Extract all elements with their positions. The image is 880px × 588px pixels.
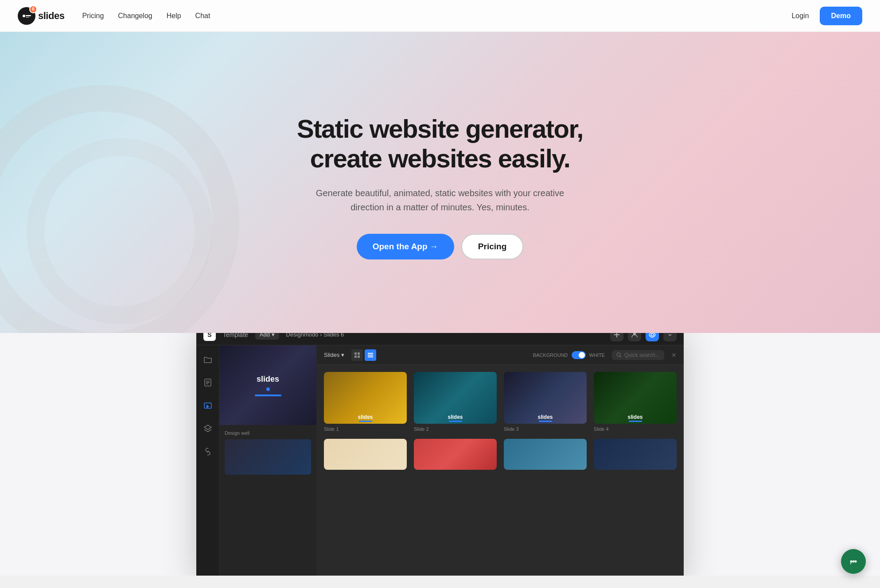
bg-toggle: BACKGROUND WHITE [533,351,605,359]
view-toggle [351,349,376,361]
main-slide-label: slides [257,375,279,384]
slide-4-underline [629,421,642,422]
slide-card-1[interactable]: slides Slide 1 [324,372,407,432]
svg-rect-10 [358,356,360,358]
sidebar-icon-link[interactable] [201,445,215,459]
quick-search[interactable]: Quick search... [612,350,664,360]
nav-link-help[interactable]: Help [167,12,181,19]
svg-rect-13 [368,356,373,357]
svg-rect-9 [354,356,357,358]
navbar-right: Login Demo [791,7,862,25]
svg-rect-7 [354,352,357,355]
svg-point-16 [850,561,853,563]
logo-badge: 6 [29,5,37,13]
sidebar-icon-slides[interactable] [201,398,215,413]
slide-thumb-bar [255,395,281,396]
svg-point-17 [853,561,855,563]
svg-rect-2 [26,17,29,18]
demo-button[interactable]: Demo [820,7,862,25]
logo-icon: 6 [18,7,35,25]
app-body: slides Design well Slides ▾ [196,345,684,576]
slides-dropdown[interactable]: Slides ▾ [324,352,344,358]
navbar: 6 slides Pricing Changelog Help Chat Log… [0,0,880,32]
open-app-button[interactable]: Open the App → [357,234,454,259]
sidebar-icon-page[interactable] [201,375,215,390]
quick-search-label: Quick search... [624,352,660,358]
slide-thumb-dot [266,387,270,391]
slide-4-name: Slide 4 [594,426,677,432]
view-grid-button[interactable] [351,349,363,361]
slides-grid: slides Slide 1 slides Slide 2 [317,365,684,439]
app-preview: S Template Add ▾ Designmodo › Slides 6 [0,324,880,576]
app-sidebar [196,345,219,576]
nav-link-chat[interactable]: Chat [195,12,210,19]
hero-section: Static website generator, create website… [0,32,880,333]
slide-card-3[interactable]: slides Slide 3 [504,372,587,432]
nav-link-changelog[interactable]: Changelog [118,12,152,19]
svg-point-14 [617,353,620,356]
slide-2-label: slides [448,414,463,420]
slide-thumb-3: slides [504,372,587,424]
left-panel-content: Design well [219,425,316,480]
hero-subtitle: Generate beautiful, animated, static web… [298,186,582,214]
slide-2-name: Slide 2 [414,426,497,432]
svg-point-0 [23,15,25,17]
sidebar-icon-layers[interactable] [201,422,215,436]
bg-label: BACKGROUND [533,352,568,358]
app-window: S Template Add ▾ Designmodo › Slides 6 [196,324,684,576]
slide-1-label: slides [358,414,373,420]
slide-2-underline [449,421,462,422]
slide-3-label: slides [537,414,553,420]
sidebar-icon-folder[interactable] [201,352,215,367]
slide-1-underline [359,421,372,422]
toggle-switch[interactable] [572,351,586,359]
app-main-toolbar: Slides ▾ BACKGROUND WHITE [317,345,684,365]
white-label: WHITE [589,352,605,358]
svg-point-4 [651,333,654,336]
slides-row-bottom [317,439,684,477]
slide-1-name: Slide 1 [324,426,407,432]
app-main: Slides ▾ BACKGROUND WHITE [317,345,684,576]
slide-thumb-4: slides [594,372,677,424]
svg-rect-1 [26,15,31,16]
slide-card-bottom-4[interactable] [594,439,677,470]
slide-card-bottom-2[interactable] [414,439,497,470]
slide-card-bottom-1[interactable] [324,439,407,470]
slide-card-2[interactable]: slides Slide 2 [414,372,497,432]
hero-buttons: Open the App → Pricing [357,234,524,259]
main-slide-thumb[interactable]: slides [219,345,316,425]
chat-bubble[interactable] [841,549,866,574]
slide-thumb-1: slides [324,372,407,424]
login-button[interactable]: Login [791,12,809,20]
svg-rect-11 [368,353,373,354]
slide-card-4[interactable]: slides Slide 4 [594,372,677,432]
slide-4-label: slides [627,414,642,420]
logo[interactable]: 6 slides [18,7,64,25]
svg-point-18 [855,561,857,563]
slide-thumb-2: slides [414,372,497,424]
design-well-thumb[interactable] [225,439,311,475]
slide-3-name: Slide 3 [504,426,587,432]
hero-title: Static website generator, create website… [263,114,617,173]
design-well-label: Design well [225,430,311,436]
slide-3-underline [539,421,552,422]
nav-links: Pricing Changelog Help Chat [82,12,210,20]
svg-rect-12 [368,355,373,356]
app-left-panel: slides Design well [219,345,317,576]
pricing-button[interactable]: Pricing [461,234,523,259]
navbar-left: 6 slides Pricing Changelog Help Chat [18,7,210,25]
view-list-button[interactable] [365,349,376,361]
close-icon[interactable]: ✕ [671,352,677,359]
nav-link-pricing[interactable]: Pricing [82,12,104,19]
svg-rect-8 [358,352,360,355]
slide-card-bottom-3[interactable] [504,439,587,470]
logo-text: slides [38,10,64,22]
